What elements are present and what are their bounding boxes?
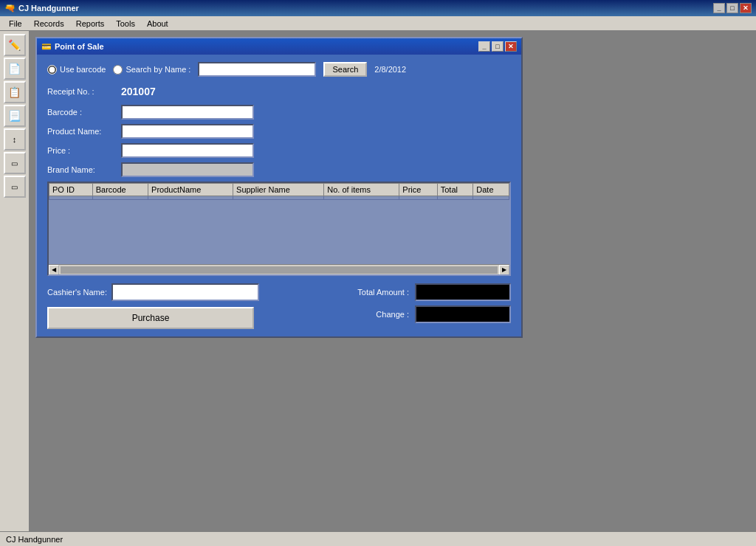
barcode-input[interactable] [121,105,254,120]
product-name-input[interactable] [121,124,254,139]
table-row [49,196,509,200]
menu-reports[interactable]: Reports [70,18,111,29]
purchase-button[interactable]: Purchase [47,307,254,329]
cashier-name-input[interactable] [111,283,259,301]
change-row: Change : [335,305,511,323]
app-icon: 🔫 [4,3,16,13]
col-po-id: PO ID [49,184,93,196]
dialog-title-bar: 💳 Point of Sale _ □ ✕ [37,38,521,55]
receipt-row: Receipt No. : 201007 [47,86,511,97]
col-num-items: No. of items [324,184,399,196]
sidebar-box2-button[interactable]: ▭ [4,176,26,198]
bottom-row: Cashier's Name: Purchase Total Amount : … [47,283,511,329]
app-maximize-button[interactable]: □ [726,3,738,13]
sidebar-edit-button[interactable]: ✏️ [4,34,26,56]
col-supplier-name: Supplier Name [233,184,324,196]
menu-bar: File Records Reports Tools About [0,16,756,31]
col-price: Price [399,184,437,196]
use-barcode-radio[interactable] [47,65,57,75]
total-amount-value [415,283,511,301]
scroll-left-button[interactable]: ◀ [49,265,59,275]
sidebar-box1-button[interactable]: ▭ [4,152,26,174]
app-minimize-button[interactable]: _ [713,3,725,13]
app-close-button[interactable]: ✕ [740,3,752,13]
table-scroll-area[interactable]: PO ID Barcode ProductName Supplier Name … [49,183,509,264]
search-options-row: Use barcode Search by Name : Search 2/8/… [47,62,511,77]
barcode-label: Barcode : [47,108,121,117]
search-name-input[interactable] [198,62,316,77]
dialog-close-button[interactable]: ✕ [505,41,517,52]
dialog-maximize-button[interactable]: □ [492,41,504,52]
search-button[interactable]: Search [323,62,367,77]
search-by-name-radio[interactable] [113,65,123,75]
receipt-value: 201007 [121,86,156,97]
dialog-title: Point of Sale [55,42,104,51]
cashier-name-row: Cashier's Name: [47,283,259,301]
scroll-right-button[interactable]: ▶ [499,265,509,275]
brand-name-row: Brand Name: [47,162,511,177]
dialog-minimize-button[interactable]: _ [478,41,490,52]
sidebar-doc1-button[interactable]: 📄 [4,58,26,80]
sidebar-doc2-button[interactable]: 📋 [4,81,26,103]
status-bar: CJ Handgunner [0,531,756,546]
receipt-label: Receipt No. : [47,87,121,96]
brand-name-input[interactable] [121,162,254,177]
sidebar-nav-button[interactable]: ↕ [4,128,26,151]
col-product-name: ProductName [148,184,233,196]
menu-tools[interactable]: Tools [110,18,141,29]
cashier-section: Cashier's Name: Purchase [47,283,259,329]
menu-about[interactable]: About [141,18,174,29]
price-input[interactable] [121,143,254,158]
dialog-icon: 💳 [41,42,52,52]
total-amount-label: Total Amount : [335,288,409,297]
change-value [415,305,511,323]
barcode-row: Barcode : [47,105,511,120]
total-amount-row: Total Amount : [335,283,511,301]
price-label: Price : [47,146,121,155]
content-area: 💳 Point of Sale _ □ ✕ Use barcode [30,31,756,531]
app-title: CJ Handgunner [18,4,79,13]
sidebar-doc3-button[interactable]: 📃 [4,105,26,127]
col-total: Total [437,184,473,196]
horizontal-scrollbar[interactable]: ◀ ▶ [49,264,509,274]
totals-section: Total Amount : Change : [335,283,511,323]
price-row: Price : [47,143,511,158]
scroll-track[interactable] [61,266,498,274]
dialog-body: Use barcode Search by Name : Search 2/8/… [37,55,521,336]
app-title-bar: 🔫 CJ Handgunner _ □ ✕ [0,0,756,16]
use-barcode-label: Use barcode [60,65,106,74]
product-name-label: Product Name: [47,127,121,136]
menu-file[interactable]: File [3,18,28,29]
date-display: 2/8/2012 [374,65,406,74]
col-date: Date [473,184,509,196]
use-barcode-option[interactable]: Use barcode [47,65,106,75]
search-by-name-label: Search by Name : [126,65,190,74]
sidebar: ✏️ 📄 📋 📃 ↕ ▭ ▭ [0,31,30,531]
change-label: Change : [335,310,409,319]
cashier-label: Cashier's Name: [47,288,107,297]
status-bar-text: CJ Handgunner [6,535,63,544]
col-barcode: Barcode [92,184,148,196]
product-name-row: Product Name: [47,124,511,139]
search-by-name-option[interactable]: Search by Name : [113,65,190,75]
purchase-table-container: PO ID Barcode ProductName Supplier Name … [47,182,511,276]
menu-records[interactable]: Records [28,18,70,29]
point-of-sale-dialog: 💳 Point of Sale _ □ ✕ Use barcode [35,37,523,338]
purchase-table: PO ID Barcode ProductName Supplier Name … [49,183,509,200]
brand-name-label: Brand Name: [47,165,121,174]
